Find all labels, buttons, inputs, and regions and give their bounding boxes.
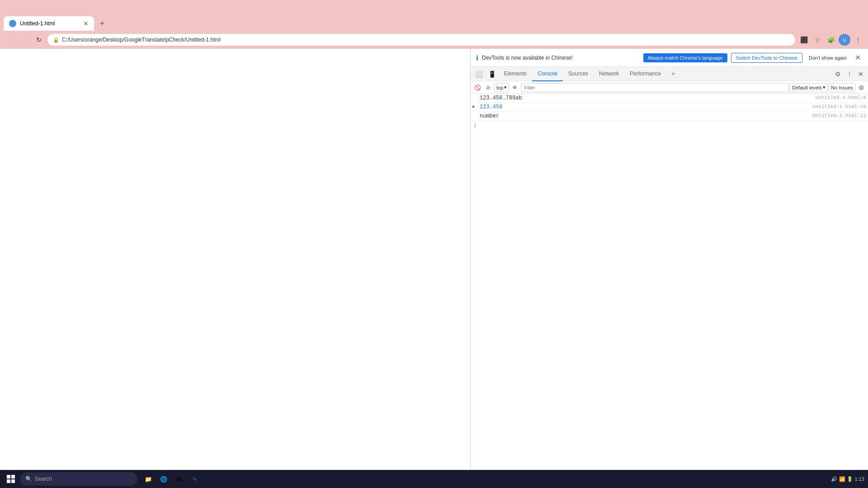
no-issues-label: No Issues	[831, 85, 853, 90]
tab-title: Untitled-1.html	[20, 20, 55, 27]
console-toolbar: 🚫 ⊘ top ▾ 👁 Default levels ▾ No Issues ⚙	[471, 81, 868, 94]
main-layout: ℹ DevTools is now available in Chinese! …	[0, 49, 868, 488]
devtools-tabs: ⬜ 📱 Elements Console Sources Network Per…	[471, 67, 868, 81]
banner-text: DevTools is now available in Chinese!	[482, 55, 640, 61]
always-match-language-button[interactable]: Always match Chrome's language	[643, 53, 727, 62]
taskbar-vscode[interactable]: ✎	[187, 472, 202, 486]
console-filter-icon[interactable]: ⊘	[483, 83, 493, 93]
language-banner: ℹ DevTools is now available in Chinese! …	[471, 49, 868, 67]
top-selector-chevron: ▾	[504, 84, 507, 90]
start-button[interactable]	[4, 472, 18, 486]
console-settings-icon[interactable]: ⚙	[856, 83, 866, 93]
console-row-3[interactable]: number Untitled-1.html:11	[471, 112, 868, 121]
expand-arrow-2[interactable]: ►	[472, 104, 475, 109]
taskbar-search-placeholder: Search	[35, 476, 52, 482]
default-levels-label: Default levels	[792, 85, 822, 90]
windows-icon	[7, 475, 15, 483]
taskbar-system-tray: 🔊 📶 🔋 1:13	[831, 476, 864, 482]
back-button[interactable]: ←	[4, 33, 16, 46]
taskbar-pinned-apps: 📁 🌐 🛍 ✎	[141, 472, 202, 486]
address-bar: ← → ↻ 🔒 C:/Users/orange/Desktop/GoogleTr…	[0, 31, 868, 49]
console-link-1[interactable]: Untitled-1.html:8	[816, 95, 866, 100]
console-eye-icon[interactable]: 👁	[510, 83, 520, 93]
devtools-settings-icon[interactable]: ⚙	[832, 69, 844, 80]
console-value-2: 123.456	[480, 104, 812, 110]
console-value-1: 123.456.789ab	[480, 95, 816, 101]
title-bar	[0, 0, 868, 14]
no-issues-button[interactable]: No Issues	[829, 83, 855, 92]
console-filter-input[interactable]	[521, 83, 789, 92]
taskbar: 🔍 Search 📁 🌐 🛍 ✎ 🔊 📶 🔋 1:13	[0, 470, 868, 488]
devtools-more-icon[interactable]: ⋮	[844, 69, 855, 80]
active-tab[interactable]: Untitled-1.html ✕	[4, 16, 94, 31]
top-selector-label: top	[496, 85, 503, 90]
address-input[interactable]: 🔒 C:/Users/orange/Desktop/GoogleTranslat…	[47, 33, 796, 46]
system-tray-icons: 🔊 📶 🔋	[831, 476, 853, 482]
bookmark-icon[interactable]: ☆	[811, 33, 824, 46]
tab-elements[interactable]: Elements	[499, 67, 532, 81]
tab-more[interactable]: »	[666, 67, 680, 81]
profile-icon[interactable]: U	[838, 33, 851, 46]
tab-close-button[interactable]: ✕	[83, 20, 89, 27]
address-lock-icon: 🔒	[53, 37, 59, 43]
extensions-icon[interactable]: 🧩	[825, 33, 837, 46]
tab-console[interactable]: Console	[532, 67, 563, 81]
banner-close-button[interactable]: ✕	[853, 52, 863, 63]
console-prompt-row[interactable]: 〉	[471, 121, 868, 130]
taskbar-edge[interactable]: 🌐	[156, 472, 171, 486]
switch-devtools-language-button[interactable]: Switch DevTools to Chinese	[731, 53, 802, 63]
taskbar-store[interactable]: 🛍	[172, 472, 186, 486]
settings-icon[interactable]: ⋮	[852, 33, 864, 46]
console-row-2[interactable]: ► 123.456 Untitled-1.html:10	[471, 103, 868, 112]
console-value-3: number	[480, 113, 812, 119]
tab-sources[interactable]: Sources	[563, 67, 594, 81]
devtools-panel: ℹ DevTools is now available in Chinese! …	[470, 49, 868, 488]
page-content	[0, 49, 470, 488]
console-prompt-icon: 〉	[474, 122, 476, 129]
taskbar-search[interactable]: 🔍 Search	[20, 472, 137, 486]
console-clear-icon[interactable]: 🚫	[472, 83, 482, 93]
console-link-2[interactable]: Untitled-1.html:10	[812, 104, 866, 109]
default-levels-button[interactable]: Default levels ▾	[790, 83, 828, 92]
tab-favicon	[9, 20, 16, 27]
console-output: 123.456.789ab Untitled-1.html:8 ► 123.45…	[471, 94, 868, 488]
console-link-3[interactable]: Untitled-1.html:11	[812, 113, 866, 118]
device-toolbar-icon[interactable]: 📱	[486, 69, 499, 80]
tab-network[interactable]: Network	[594, 67, 624, 81]
taskbar-search-icon: 🔍	[25, 476, 32, 482]
console-row-1[interactable]: 123.456.789ab Untitled-1.html:8	[471, 94, 868, 103]
top-context-selector[interactable]: top ▾	[494, 83, 509, 92]
inspect-element-icon[interactable]: ⬜	[472, 69, 486, 80]
address-text: C:/Users/orange/Desktop/GoogleTranslateI…	[62, 37, 221, 43]
info-icon: ℹ	[476, 54, 478, 61]
forward-button[interactable]: →	[18, 33, 31, 46]
dont-show-again-button[interactable]: Don't show again	[806, 53, 849, 62]
taskbar-file-explorer[interactable]: 📁	[141, 472, 156, 486]
taskbar-time: 1:13	[855, 476, 864, 482]
devtools-close-icon[interactable]: ✕	[855, 69, 866, 80]
tab-performance[interactable]: Performance	[624, 67, 666, 81]
default-levels-chevron: ▾	[823, 84, 826, 90]
new-tab-button[interactable]: +	[96, 17, 108, 30]
browser-toolbar: ⬛ ☆ 🧩 U ⋮	[797, 33, 864, 46]
tab-bar: Untitled-1.html ✕ +	[0, 14, 868, 31]
reload-button[interactable]: ↻	[33, 33, 45, 46]
devtools-toggle-icon[interactable]: ⬛	[797, 33, 810, 46]
user-avatar: U	[839, 34, 850, 46]
